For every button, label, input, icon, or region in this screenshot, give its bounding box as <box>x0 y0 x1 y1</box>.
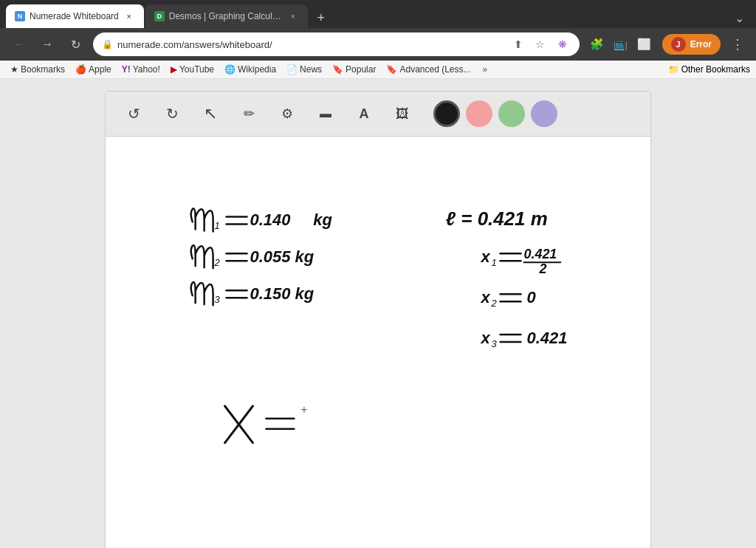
equation-x3: x 3 0.421 <box>481 329 568 349</box>
bookmark-label-apple: Apple <box>89 64 111 75</box>
bookmark-advanced[interactable]: 🔖 Advanced (Less... <box>382 63 475 76</box>
equation-x1: x 1 0.421 2 <box>481 247 561 276</box>
equation-x-final: + <box>225 403 308 443</box>
svg-text:2: 2 <box>491 298 498 309</box>
bookmark-youtube[interactable]: ▶ YouTube <box>166 63 219 76</box>
share-icon[interactable]: ⬆ <box>510 36 526 52</box>
bookmark-apple[interactable]: 🍎 Apple <box>71 63 116 76</box>
url-text: numerade.com/answers/whiteboard/ <box>117 39 506 50</box>
equation-m2: 2 0.055 kg <box>191 245 315 268</box>
svg-text:3: 3 <box>492 338 498 349</box>
news-icon: 📄 <box>286 64 298 75</box>
browser-menu-button[interactable]: ⋮ <box>728 33 747 55</box>
forward-button[interactable]: → <box>37 34 58 55</box>
bookmark-label-wikipedia: Wikipedia <box>238 64 276 75</box>
extension-puzzle-icon[interactable]: 🧩 <box>587 34 608 55</box>
apple-icon: 🍎 <box>75 64 86 75</box>
content-area: ↺ ↻ ↖ ✏ ⚙ ▬ A 🖼 <box>0 79 756 548</box>
tab-favicon-numerade: N <box>15 11 25 21</box>
pencil-tool[interactable]: ✏ <box>236 100 262 127</box>
bookmark-label-yahoo: Yahoo! <box>133 64 160 75</box>
bookmark-label-youtube: YouTube <box>179 64 214 75</box>
math-equations-svg: 1 0.140 kg ℓ = 0.421 m <box>106 137 650 548</box>
whiteboard-toolbar: ↺ ↻ ↖ ✏ ⚙ ▬ A 🖼 <box>106 92 650 137</box>
svg-text:ℓ = 0.421 m: ℓ = 0.421 m <box>446 208 548 229</box>
color-purple-button[interactable] <box>531 100 557 127</box>
bookmark-bookmarks[interactable]: ★ Bookmarks <box>6 63 69 76</box>
bookmark-label-news: News <box>300 64 322 75</box>
new-tab-button[interactable]: + <box>311 7 331 28</box>
svg-text:2: 2 <box>538 261 546 276</box>
cast-icon[interactable]: 📺 <box>611 34 631 55</box>
extension-icon[interactable]: ❋ <box>554 36 571 52</box>
bookmark-star-icon[interactable]: ☆ <box>532 36 549 52</box>
tab-close-desmos[interactable]: × <box>287 10 299 22</box>
url-action-icons: ⬆ ☆ ❋ <box>510 36 571 52</box>
scissors-tool[interactable]: ⚙ <box>274 100 300 127</box>
whiteboard: ↺ ↻ ↖ ✏ ⚙ ▬ A 🖼 <box>105 91 651 548</box>
equation-m3: 3 0.150 kg <box>191 282 315 305</box>
svg-text:x: x <box>481 288 491 306</box>
svg-text:0: 0 <box>526 288 535 306</box>
tab-desmos[interactable]: D Desmos | Graphing Calculat... × <box>145 4 308 28</box>
text-tool[interactable]: A <box>351 100 377 127</box>
url-bar[interactable]: 🔒 numerade.com/answers/whiteboard/ ⬆ ☆ ❋ <box>93 32 580 56</box>
window-icon[interactable]: ⬜ <box>634 34 655 55</box>
browser-window: N Numerade Whiteboard × D Desmos | Graph… <box>0 0 756 548</box>
tab-more-button[interactable]: ⌄ <box>729 8 750 28</box>
select-tool[interactable]: ↖ <box>197 100 224 127</box>
back-button[interactable]: ← <box>9 34 30 55</box>
tab-close-numerade[interactable]: × <box>123 10 135 22</box>
profile-avatar: J <box>671 37 686 52</box>
wikipedia-icon: 🌐 <box>224 64 236 75</box>
svg-text:0.421: 0.421 <box>523 247 557 261</box>
popular-icon: 🔖 <box>332 64 343 75</box>
bookmark-wikipedia[interactable]: 🌐 Wikipedia <box>220 63 281 76</box>
reload-button[interactable]: ↻ <box>65 34 86 55</box>
lock-icon: 🔒 <box>102 39 113 49</box>
svg-text:0.140: 0.140 <box>250 210 290 229</box>
tab-numerade[interactable]: N Numerade Whiteboard × <box>6 4 144 28</box>
equation-x2: x 2 0 <box>481 288 536 309</box>
color-black-button[interactable] <box>433 100 460 127</box>
bookmarks-star-icon: ★ <box>10 64 18 75</box>
bookmark-news[interactable]: 📄 News <box>282 63 326 76</box>
bookmarks-more-button[interactable]: » <box>478 63 492 76</box>
svg-text:0.421: 0.421 <box>526 329 567 347</box>
color-green-button[interactable] <box>498 100 525 127</box>
tab-title-numerade: Numerade Whiteboard <box>30 11 119 21</box>
svg-text:0.150 kg: 0.150 kg <box>250 284 314 303</box>
other-bookmarks: 📁 Other Bookmarks <box>668 64 750 75</box>
bookmark-label-popular: Popular <box>346 64 376 75</box>
image-tool[interactable]: 🖼 <box>389 100 416 127</box>
tab-bar-right: ⌄ <box>729 8 750 28</box>
undo-tool[interactable]: ↺ <box>120 100 147 127</box>
redo-tool[interactable]: ↻ <box>159 100 185 127</box>
svg-text:2: 2 <box>214 257 221 268</box>
svg-text:1: 1 <box>215 220 220 231</box>
browser-toolbar-icons: 🧩 📺 ⬜ <box>587 34 655 55</box>
bookmark-label-advanced: Advanced (Less... <box>399 64 470 75</box>
tab-bar: N Numerade Whiteboard × D Desmos | Graph… <box>0 0 756 28</box>
svg-text:+: + <box>300 403 307 416</box>
equation-m1: 1 0.140 kg <box>191 208 333 231</box>
highlighter-tool[interactable]: ▬ <box>312 100 339 127</box>
tab-title-desmos: Desmos | Graphing Calculat... <box>169 11 283 21</box>
yahoo-icon: Y! <box>122 64 131 75</box>
whiteboard-canvas[interactable]: 1 0.140 kg ℓ = 0.421 m <box>106 137 650 548</box>
bookmark-yahoo[interactable]: Y! Yahoo! <box>117 63 165 76</box>
svg-text:0.055 kg: 0.055 kg <box>250 247 314 266</box>
other-bookmarks-label: Other Bookmarks <box>681 64 750 75</box>
tab-favicon-desmos: D <box>154 11 165 21</box>
svg-text:kg: kg <box>313 210 332 229</box>
bookmark-popular[interactable]: 🔖 Popular <box>328 63 380 76</box>
bookmarks-bar: ★ Bookmarks 🍎 Apple Y! Yahoo! ▶ YouTube … <box>0 61 756 79</box>
profile-label: Error <box>690 39 712 49</box>
other-bookmarks-folder-icon: 📁 <box>668 64 679 75</box>
youtube-icon: ▶ <box>171 64 177 75</box>
profile-button[interactable]: J Error <box>662 34 721 55</box>
svg-text:x: x <box>481 247 491 266</box>
color-pink-button[interactable] <box>466 100 492 127</box>
svg-text:3: 3 <box>215 294 221 305</box>
equation-l: ℓ = 0.421 m <box>446 208 548 229</box>
